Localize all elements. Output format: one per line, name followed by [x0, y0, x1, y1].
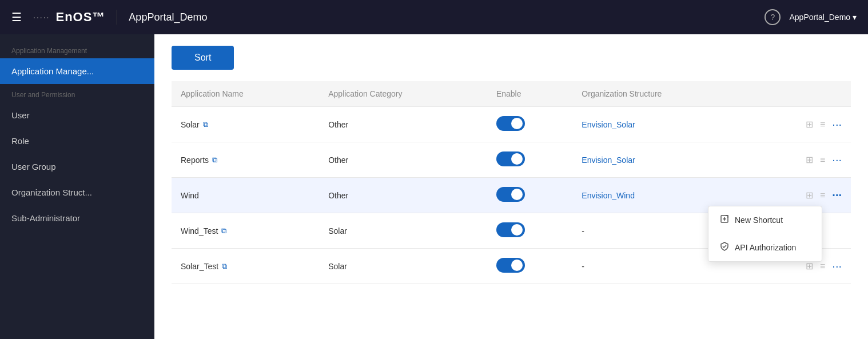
more-icon[interactable]: ···: [832, 153, 842, 166]
sidebar-item-user-group[interactable]: User Group: [0, 154, 154, 180]
col-enable: Enable: [487, 81, 572, 107]
app-name: AppPortal_Demo: [129, 11, 207, 23]
dropdown-item-new-shortcut[interactable]: New Shortcut: [708, 206, 822, 234]
col-org-structure: Organization Structure: [572, 81, 752, 107]
more-icon-active[interactable]: ···: [832, 189, 842, 202]
org-cell: Envision_Solar: [582, 155, 635, 165]
structure-icon[interactable]: ⊞: [806, 190, 813, 201]
app-name-text: Wind_Test: [181, 226, 218, 236]
app-name-text: Wind: [181, 191, 199, 200]
col-actions: [752, 81, 851, 107]
new-shortcut-label: New Shortcut: [735, 216, 783, 225]
category-cell: Other: [319, 142, 487, 178]
list-icon[interactable]: ≡: [820, 155, 825, 165]
app-name-cell: Wind: [181, 191, 310, 200]
external-link-icon[interactable]: ⧉: [203, 120, 208, 129]
external-link-icon[interactable]: ⧉: [212, 155, 217, 165]
action-icons-cell: ⊞ ≡ ···: [761, 118, 842, 131]
org-cell: -: [582, 262, 584, 271]
logo-dots: ·····: [33, 13, 50, 22]
app-name-cell: Solar ⧉: [181, 120, 310, 129]
structure-icon[interactable]: ⊞: [806, 261, 813, 272]
org-cell: Envision_Solar: [582, 120, 635, 129]
sidebar-item-role[interactable]: Role: [0, 128, 154, 154]
sidebar: Application Management Application Manag…: [0, 34, 154, 339]
sidebar-item-org-struct[interactable]: Organization Struct...: [0, 180, 154, 205]
list-icon[interactable]: ≡: [820, 190, 825, 201]
logo-text: EnOS™: [55, 10, 105, 25]
new-shortcut-icon: [720, 214, 729, 226]
enable-toggle[interactable]: [496, 222, 525, 237]
col-app-category: Application Category: [319, 81, 487, 107]
col-app-name: Application Name: [172, 81, 319, 107]
sidebar-item-sub-admin[interactable]: Sub-Administrator: [0, 205, 154, 231]
app-name-cell: Solar_Test ⧉: [181, 262, 310, 271]
sidebar-item-user[interactable]: User: [0, 102, 154, 128]
enable-toggle[interactable]: [496, 151, 525, 166]
api-auth-icon: [720, 242, 729, 253]
action-icons-cell: ⊞ ≡ ···: [761, 153, 842, 166]
more-icon[interactable]: ···: [832, 260, 842, 273]
enable-toggle[interactable]: [496, 258, 525, 273]
table-row: Reports ⧉ Other Envision_Solar: [172, 142, 851, 178]
sort-button[interactable]: Sort: [172, 46, 234, 70]
category-cell: Solar: [319, 249, 487, 284]
external-link-icon[interactable]: ⧉: [222, 262, 227, 271]
hamburger-menu[interactable]: ☰: [11, 10, 22, 24]
enable-toggle[interactable]: [496, 187, 525, 202]
main-layout: Application Management Application Manag…: [0, 34, 868, 339]
api-auth-label: API Authorization: [735, 243, 796, 252]
category-cell: Solar: [319, 213, 487, 249]
user-menu[interactable]: AppPortal_Demo ▾: [789, 13, 857, 22]
list-icon[interactable]: ≡: [820, 119, 825, 130]
category-cell: Other: [319, 107, 487, 142]
context-dropdown-menu: New Shortcut API Authorization: [708, 206, 822, 262]
section-label-user-permission: User and Permission: [0, 84, 154, 102]
app-name-text: Solar_Test: [181, 262, 218, 271]
structure-icon[interactable]: ⊞: [806, 119, 813, 130]
app-name-cell: Wind_Test ⧉: [181, 226, 310, 236]
table-row: Solar ⧉ Other Envision_Solar: [172, 107, 851, 142]
more-icon[interactable]: ···: [832, 118, 842, 131]
sidebar-item-app-manage[interactable]: Application Manage...: [0, 58, 154, 84]
action-icons-cell: ⊞ ≡ ···: [761, 189, 842, 202]
app-name-cell: Reports ⧉: [181, 155, 310, 165]
help-icon[interactable]: ?: [765, 9, 781, 25]
app-name-text: Reports: [181, 155, 209, 165]
org-cell: Envision_Wind: [582, 191, 635, 200]
top-navigation: ☰ ····· EnOS™ AppPortal_Demo ? AppPortal…: [0, 0, 868, 34]
category-cell: Other: [319, 178, 487, 213]
dropdown-item-api-auth[interactable]: API Authorization: [708, 234, 822, 261]
section-label-app-management: Application Management: [0, 40, 154, 58]
org-cell: -: [582, 226, 584, 236]
list-icon[interactable]: ≡: [820, 261, 825, 272]
structure-icon[interactable]: ⊞: [806, 154, 813, 165]
logo-area: ····· EnOS™: [33, 10, 117, 25]
enable-toggle[interactable]: [496, 116, 525, 131]
main-content: Sort Application Name Application Catego…: [154, 34, 868, 339]
table-header: Application Name Application Category En…: [172, 81, 851, 107]
app-name-text: Solar: [181, 120, 200, 129]
external-link-icon[interactable]: ⧉: [221, 226, 226, 236]
nav-right: ? AppPortal_Demo ▾: [765, 9, 857, 25]
